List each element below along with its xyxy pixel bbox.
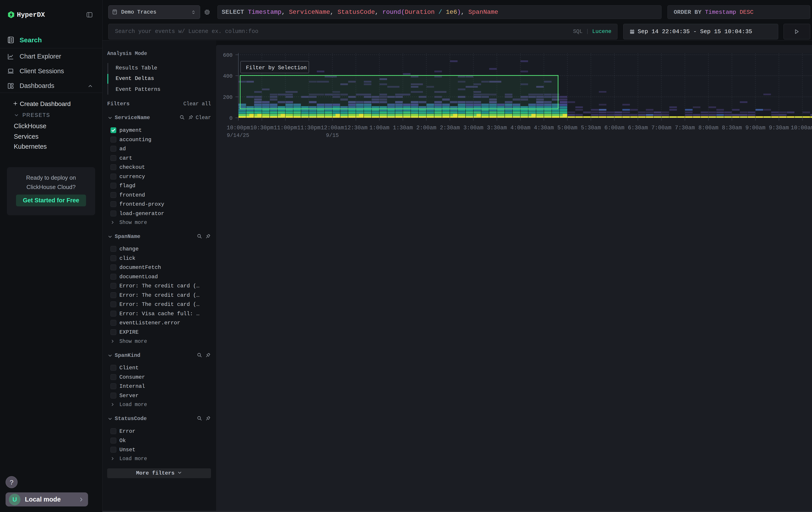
svg-text:3:30am: 3:30am xyxy=(487,125,507,131)
svg-text:6:00am: 6:00am xyxy=(604,125,624,131)
svg-text:5:30am: 5:30am xyxy=(581,125,601,131)
svg-text:4:00am: 4:00am xyxy=(510,125,530,131)
svg-text:3:00am: 3:00am xyxy=(463,125,483,131)
svg-text:8:00am: 8:00am xyxy=(698,125,718,131)
svg-text:9/14/25: 9/14/25 xyxy=(227,132,249,138)
svg-text:12:00am: 12:00am xyxy=(321,125,344,131)
svg-text:400: 400 xyxy=(223,73,233,79)
svg-text:7:30am: 7:30am xyxy=(675,125,695,131)
svg-text:2:00am: 2:00am xyxy=(416,125,436,131)
svg-text:200: 200 xyxy=(223,95,233,100)
svg-text:600: 600 xyxy=(223,52,233,58)
svg-text:Filter by Selection: Filter by Selection xyxy=(246,65,307,71)
svg-text:11:00pm: 11:00pm xyxy=(274,125,297,131)
svg-text:6:30am: 6:30am xyxy=(628,125,648,131)
svg-text:11:30pm: 11:30pm xyxy=(297,125,321,131)
svg-text:9/15: 9/15 xyxy=(326,132,339,138)
svg-text:2:30am: 2:30am xyxy=(440,125,460,131)
svg-text:1:00am: 1:00am xyxy=(369,125,389,131)
svg-text:1:30am: 1:30am xyxy=(393,125,413,131)
svg-text:10:30pm: 10:30pm xyxy=(250,125,273,131)
svg-text:9:00am: 9:00am xyxy=(745,125,765,131)
svg-text:5:00am: 5:00am xyxy=(557,125,577,131)
svg-text:0: 0 xyxy=(229,115,233,121)
svg-text:10:00am: 10:00am xyxy=(791,125,812,131)
svg-text:12:30am: 12:30am xyxy=(344,125,368,131)
svg-text:10:00pm: 10:00pm xyxy=(227,125,250,131)
svg-text:9:30am: 9:30am xyxy=(769,125,789,131)
svg-text:7:00am: 7:00am xyxy=(651,125,671,131)
svg-text:8:30am: 8:30am xyxy=(722,125,742,131)
svg-text:4:30am: 4:30am xyxy=(534,125,554,131)
